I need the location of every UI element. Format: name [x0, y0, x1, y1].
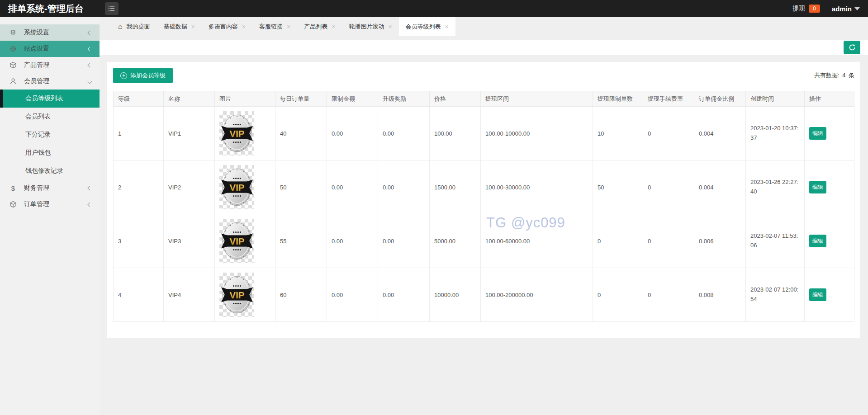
tab-product-list[interactable]: 产品列表 ×	[297, 17, 342, 36]
toolbar	[100, 40, 868, 55]
column-header-name: 名称	[164, 91, 215, 107]
cell-level: 4	[114, 268, 164, 322]
cell-withdraw_fee_rate: 0	[643, 107, 694, 160]
tab-label: 我的桌面	[127, 23, 150, 31]
withdraw-count-badge: 0	[809, 5, 820, 13]
sidebar-subitem-wallet-change-records[interactable]: 钱包修改记录	[0, 162, 100, 180]
cube-icon	[9, 201, 17, 208]
column-header-limit_amount: 限制金额	[327, 91, 378, 107]
edit-button[interactable]: 编辑	[809, 235, 826, 247]
sidebar-item-label: 系统设置	[24, 28, 49, 37]
main-area: ⌂ 我的桌面 基础数据 × 多语言内容 × 客服链接 × 产品列表 × 轮播图片…	[100, 17, 868, 338]
withdraw-entry[interactable]: 提现 0	[792, 5, 820, 13]
sidebar-item-product-management[interactable]: 产品管理	[0, 57, 100, 73]
close-icon[interactable]: ×	[242, 24, 246, 30]
vip-badge-icon: VIP	[221, 167, 253, 207]
total-unit: 条	[849, 72, 854, 79]
edit-button[interactable]: 编辑	[809, 127, 826, 140]
tab-multilanguage-content[interactable]: 多语言内容 ×	[202, 17, 252, 36]
sidebar-subitem-user-wallet[interactable]: 用户钱包	[0, 144, 100, 162]
total-label: 共有数据:	[814, 72, 840, 79]
cell-withdraw_range: 100.00-60000.00	[481, 214, 593, 268]
sidebar-toggle-button[interactable]	[105, 2, 119, 15]
globe-icon	[9, 45, 17, 52]
sidebar-item-order-management[interactable]: 订单管理	[0, 196, 100, 212]
column-header-created_at: 创建时间	[746, 91, 805, 107]
cell-action: 编辑	[805, 160, 854, 214]
sidebar-item-label: 产品管理	[24, 61, 49, 69]
cell-withdraw_limit_count: 0	[593, 268, 643, 322]
add-member-level-button[interactable]: + 添加会员等级	[113, 68, 173, 83]
close-icon[interactable]: ×	[287, 24, 290, 30]
plus-icon: +	[120, 72, 127, 79]
tab-carousel-images[interactable]: 轮播图片滚动 ×	[342, 17, 398, 36]
edit-button[interactable]: 编辑	[809, 181, 826, 193]
vip-badge-image: VIP	[219, 165, 254, 209]
cell-price: 5000.00	[430, 214, 481, 268]
cell-limit_amount: 0.00	[327, 160, 378, 214]
cell-withdraw_limit_count: 10	[593, 107, 643, 160]
close-icon[interactable]: ×	[388, 24, 392, 30]
tab-label: 轮播图片滚动	[349, 23, 384, 31]
tab-basic-data[interactable]: 基础数据 ×	[157, 17, 202, 36]
sidebar-item-site-settings[interactable]: 站点设置	[0, 41, 100, 57]
sidebar-item-label: 站点设置	[24, 45, 49, 53]
cell-level: 3	[114, 214, 164, 268]
admin-menu[interactable]: admin	[832, 5, 860, 13]
sidebar-subitem-member-list[interactable]: 会员列表	[0, 108, 100, 126]
cell-level: 2	[114, 160, 164, 214]
cell-order_commission_rate: 0.008	[694, 268, 746, 322]
cell-withdraw_limit_count: 50	[593, 160, 643, 214]
edit-button[interactable]: 编辑	[809, 288, 826, 301]
hamburger-icon	[108, 5, 115, 12]
tab-strip: ⌂ 我的桌面 基础数据 × 多语言内容 × 客服链接 × 产品列表 × 轮播图片…	[100, 17, 868, 36]
total-count: 4	[842, 72, 845, 79]
cell-withdraw_limit_count: 0	[593, 214, 643, 268]
topbar-right: 提现 0 admin	[792, 5, 868, 13]
sidebar-item-label: 订单管理	[24, 200, 49, 208]
column-header-withdraw_limit_count: 提现限制单数	[593, 91, 643, 107]
tab-my-desktop[interactable]: ⌂ 我的桌面	[111, 17, 157, 36]
dollar-icon: $	[9, 184, 17, 192]
vip-badge-image: VIP	[219, 273, 254, 317]
cell-withdraw_range: 100.00-10000.00	[481, 107, 593, 160]
sidebar-subitem-label: 钱包修改记录	[25, 167, 63, 175]
sidebar-item-member-management[interactable]: 会员管理	[0, 73, 100, 90]
close-icon[interactable]: ×	[445, 24, 449, 30]
tab-member-level-list[interactable]: 会员等级列表 ×	[399, 17, 455, 36]
close-icon[interactable]: ×	[332, 24, 335, 30]
topbar: 排单系统-管理后台 提现 0 admin	[0, 0, 868, 17]
tab-customer-service-links[interactable]: 客服链接 ×	[252, 17, 297, 36]
cell-withdraw_fee_rate: 0	[643, 160, 694, 214]
vip-badge-image: VIP	[219, 219, 254, 263]
cell-withdraw_fee_rate: 0	[643, 268, 694, 322]
chevron-left-icon	[88, 63, 92, 67]
sidebar-item-system-settings[interactable]: ⚙ 系统设置	[0, 24, 100, 41]
refresh-button[interactable]	[844, 41, 860, 54]
table-row: 3VIP3 VIP 550.000.005000.00100.00-60000.…	[114, 214, 854, 268]
cell-order_commission_rate: 0.004	[694, 107, 746, 160]
cell-name: VIP2	[164, 160, 215, 214]
sidebar-subitem-label: 下分记录	[25, 131, 51, 139]
refresh-icon	[849, 44, 856, 51]
sidebar-item-finance-management[interactable]: $ 财务管理	[0, 180, 100, 196]
svg-text:VIP: VIP	[229, 290, 244, 300]
cell-image: VIP	[215, 268, 275, 322]
column-header-order_commission_rate: 订单佣金比例	[694, 91, 746, 107]
admin-username: admin	[832, 5, 852, 13]
tab-label: 多语言内容	[209, 23, 238, 31]
tab-label: 会员等级列表	[406, 23, 441, 31]
chevron-left-icon	[88, 47, 92, 51]
sidebar-subitem-label: 会员等级列表	[25, 94, 63, 103]
close-icon[interactable]: ×	[191, 24, 195, 30]
column-header-upgrade_reward: 升级奖励	[378, 91, 430, 107]
home-icon: ⌂	[118, 23, 123, 30]
sidebar-subitem-downscore-records[interactable]: 下分记录	[0, 126, 100, 144]
cell-price: 100.00	[430, 107, 481, 160]
sidebar-subitem-member-level-list[interactable]: 会员等级列表	[0, 90, 100, 108]
cell-action: 编辑	[805, 214, 854, 268]
sidebar-item-label: 财务管理	[24, 184, 49, 192]
cell-action: 编辑	[805, 107, 854, 160]
content-card: + 添加会员等级 共有数据: 4 条 等级名称图片每日订单量限制金额升级奖励价格…	[107, 62, 860, 338]
cell-limit_amount: 0.00	[327, 268, 378, 322]
